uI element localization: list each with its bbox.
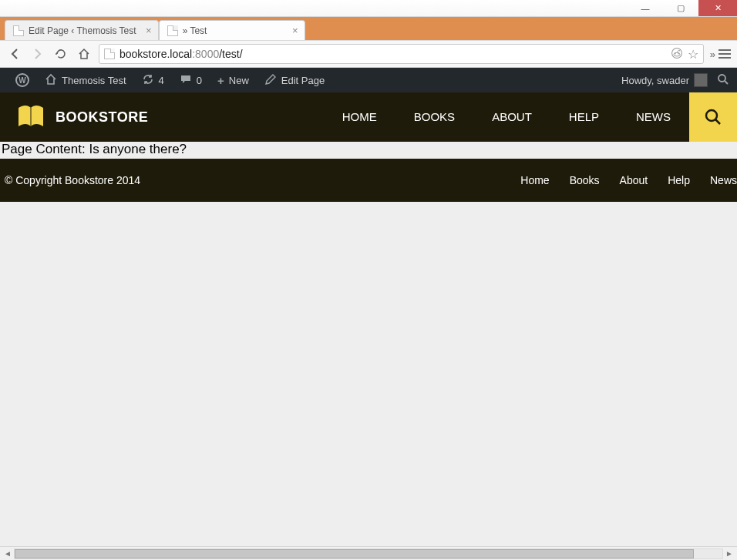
bookmark-star-icon[interactable]: ☆ [688,47,698,62]
tab-close-icon[interactable]: × [292,25,298,36]
chevrons-icon[interactable]: » [710,49,715,60]
svg-point-7 [706,110,717,121]
tab-close-icon[interactable]: × [146,25,152,36]
page-content: Page Content: Is anyone there? [0,142,737,159]
browser-tab[interactable]: Edit Page ‹ Themosis Test × [5,20,159,40]
site-logo[interactable]: BOOKSTORE [15,102,148,132]
edit-page-label: Edit Page [281,75,325,86]
empty-page-area [0,202,737,546]
svg-point-3 [678,53,679,55]
admin-search-icon[interactable] [717,73,729,88]
page-icon [104,49,115,59]
pencil-icon [264,73,277,88]
svg-point-0 [671,48,681,58]
tab-title: Edit Page ‹ Themosis Test [29,25,136,36]
window-minimize-button[interactable]: — [628,0,663,16]
site-name-menu[interactable]: Themosis Test [37,73,134,88]
wordpress-logo-icon: W [15,73,29,87]
book-icon [15,102,46,132]
footer-link-help[interactable]: Help [668,174,690,186]
page-icon [167,25,178,36]
address-bar[interactable]: bookstore.local:8000/test/ ☆ [99,44,704,64]
updates-count: 4 [159,75,164,86]
svg-point-2 [675,53,676,55]
home-button[interactable] [76,45,93,62]
svg-line-8 [715,119,720,124]
site-header: BOOKSTORE HOME BOOKS ABOUT HELP NEWS [0,92,737,142]
home-icon [45,73,57,88]
wp-logo-menu[interactable]: W [8,73,37,87]
nav-link-about[interactable]: ABOUT [473,92,550,142]
howdy-text: Howdy, swader [621,75,689,86]
site-search-button[interactable] [689,92,737,142]
plus-icon: + [217,74,224,87]
footer-nav: Home Books About Help News [520,174,737,186]
reload-button[interactable] [52,45,69,62]
nav-link-news[interactable]: NEWS [618,92,689,142]
update-icon [142,73,154,88]
nav-link-home[interactable]: HOME [324,92,395,142]
scroll-left-button[interactable]: ◄ [2,548,14,559]
tab-title: » Test [183,25,207,36]
nav-link-books[interactable]: BOOKS [395,92,473,142]
window-maximize-button[interactable]: ▢ [663,0,698,16]
edit-page-link[interactable]: Edit Page [257,73,332,88]
new-content-menu[interactable]: + New [210,74,257,87]
forward-button[interactable] [29,45,46,62]
updates-menu[interactable]: 4 [134,73,172,88]
site-name-label: Themosis Test [62,75,126,86]
browser-tab-strip: Edit Page ‹ Themosis Test × » Test × [0,17,737,40]
svg-line-6 [725,81,728,84]
comment-icon [180,73,192,88]
window-titlebar: — ▢ ✕ [0,0,737,17]
scroll-right-button[interactable]: ► [723,548,735,559]
my-account-menu[interactable]: Howdy, swader [621,73,708,87]
window-close-button[interactable]: ✕ [698,0,737,16]
comments-menu[interactable]: 0 [172,73,210,88]
footer-link-about[interactable]: About [620,174,648,186]
search-icon [702,106,724,128]
user-avatar-icon [694,73,708,87]
footer-link-books[interactable]: Books [570,174,600,186]
nav-link-help[interactable]: HELP [550,92,618,142]
browser-toolbar: bookstore.local:8000/test/ ☆ » [0,40,737,68]
url-text: bookstore.local:8000/test/ [119,48,671,60]
main-nav: HOME BOOKS ABOUT HELP NEWS [324,92,689,142]
reddit-icon[interactable] [671,47,683,62]
footer-link-home[interactable]: Home [520,174,549,186]
brand-text: BOOKSTORE [56,109,148,126]
comments-count: 0 [197,75,202,86]
footer-link-news[interactable]: News [710,174,737,186]
page-icon [13,25,24,36]
copyright-text: © Copyright Bookstore 2014 [5,174,140,186]
back-button[interactable] [6,45,23,62]
svg-point-1 [674,52,680,56]
wp-admin-bar: W Themosis Test 4 0 + [0,68,737,92]
browser-tab-active[interactable]: » Test × [159,20,305,40]
site-footer: © Copyright Bookstore 2014 Home Books Ab… [0,159,737,202]
scrollbar-thumb[interactable] [15,549,694,558]
hamburger-menu-icon[interactable] [718,49,731,59]
new-label: New [229,75,249,86]
scrollbar-track[interactable] [14,548,723,559]
svg-point-5 [718,75,725,82]
horizontal-scrollbar[interactable]: ◄ ► [0,546,737,560]
